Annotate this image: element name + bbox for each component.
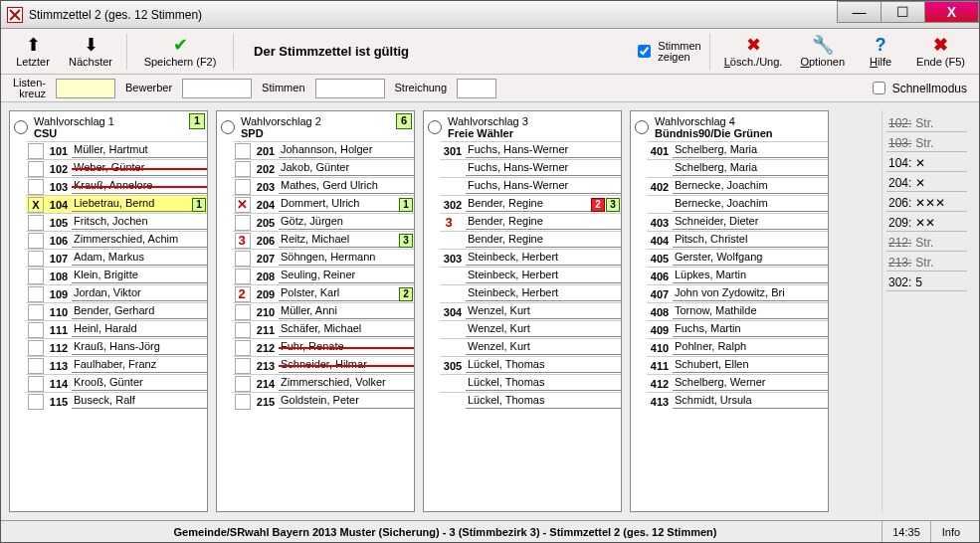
candidate-row[interactable]: 302 Bender, Regine 23 <box>440 195 621 213</box>
candidate-row[interactable]: 208 Seuling, Reiner <box>233 267 414 284</box>
candidate-row[interactable]: 413 Schmidt, Ursula <box>647 392 828 410</box>
info-button[interactable]: Info <box>931 521 971 542</box>
candidate-row[interactable]: Lückel, Thomas <box>440 374 621 392</box>
candidate-row[interactable]: 406 Lüpkes, Martin <box>647 267 828 284</box>
vote-mark[interactable] <box>235 322 251 338</box>
candidate-row[interactable]: 401 Schelberg, Maria <box>647 141 828 159</box>
prev-button[interactable]: ⬆ Letzter <box>9 34 57 70</box>
candidate-row[interactable]: 301 Fuchs, Hans-Werner <box>440 141 621 159</box>
next-button[interactable]: ⬇ Nächster <box>63 34 118 70</box>
vote-mark[interactable] <box>235 269 251 284</box>
candidate-row[interactable]: Fuchs, Hans-Werner <box>440 177 621 195</box>
vote-mark[interactable] <box>28 269 44 284</box>
list-radio[interactable] <box>635 120 649 134</box>
candidate-row[interactable]: 409 Fuchs, Martin <box>647 320 828 338</box>
schnellmodus-checkbox[interactable] <box>873 82 885 94</box>
candidate-row[interactable]: ✕204 Dommert, Ulrich 1 <box>233 195 414 213</box>
candidate-row[interactable]: 408 Tornow, Mathilde <box>647 302 828 320</box>
vote-mark[interactable] <box>28 251 44 267</box>
vote-mark[interactable] <box>28 322 44 338</box>
candidate-row[interactable]: Fuchs, Hans-Werner <box>440 159 621 177</box>
candidate-row[interactable]: 304 Wenzel, Kurt <box>440 302 621 320</box>
candidate-row[interactable]: 402 Bernecke, Joachim <box>647 177 828 195</box>
vote-mark[interactable] <box>28 394 44 410</box>
vote-mark[interactable] <box>235 394 251 410</box>
candidate-row[interactable]: 213 Schneider, Hilmar <box>233 356 414 374</box>
vote-mark[interactable] <box>235 340 251 356</box>
vote-mark[interactable] <box>28 215 44 231</box>
candidate-row[interactable]: 403 Schneider, Dieter <box>647 213 828 231</box>
vote-mark[interactable]: X <box>28 197 44 213</box>
candidate-row[interactable]: 108 Klein, Brigitte <box>26 267 207 284</box>
close-button[interactable]: X <box>924 1 979 23</box>
vote-mark[interactable] <box>235 251 251 267</box>
list-radio[interactable] <box>14 120 28 134</box>
save-button[interactable]: ✔ Speichern (F2) <box>135 34 225 70</box>
end-button[interactable]: ✖ Ende (F5) <box>910 34 971 70</box>
vote-mark[interactable] <box>235 179 251 195</box>
candidate-row[interactable]: 410 Pohlner, Ralph <box>647 338 828 356</box>
candidate-row[interactable]: 102 Weber, Günter <box>26 159 207 177</box>
candidate-row[interactable]: Lückel, Thomas <box>440 392 621 410</box>
candidate-row[interactable]: 205 Götz, Jürgen <box>233 213 414 231</box>
vote-mark[interactable] <box>235 358 251 374</box>
stimmen-input[interactable] <box>315 79 385 98</box>
candidate-row[interactable]: Bernecke, Joachim <box>647 195 828 213</box>
candidate-row[interactable]: 210 Müller, Anni <box>233 302 414 320</box>
delete-button[interactable]: ✖ LLösch./Ung.ösch./Ung. <box>718 34 789 70</box>
options-button[interactable]: 🔧 Optionen <box>794 34 851 70</box>
candidate-row[interactable]: 113 Faulhaber, Franz <box>26 356 207 374</box>
candidate-row[interactable]: 2209 Polster, Karl 2 <box>233 284 414 302</box>
candidate-row[interactable]: 3 Bender, Regine <box>440 213 621 231</box>
minimize-button[interactable]: — <box>837 1 882 23</box>
vote-mark[interactable] <box>28 233 44 249</box>
streichung-input[interactable] <box>457 79 496 98</box>
candidate-row[interactable]: 106 Zimmerschied, Achim <box>26 231 207 249</box>
candidate-row[interactable]: 114 Krooß, Günter <box>26 374 207 392</box>
candidate-row[interactable]: Wenzel, Kurt <box>440 320 621 338</box>
vote-mark[interactable] <box>28 286 44 302</box>
vote-mark[interactable] <box>28 376 44 392</box>
vote-mark[interactable] <box>235 304 251 320</box>
candidate-row[interactable]: 110 Bender, Gerhard <box>26 302 207 320</box>
listenkreuz-input[interactable] <box>56 79 115 98</box>
vote-mark[interactable] <box>235 215 251 231</box>
candidate-row[interactable]: 407 John von Zydowitz, Bri <box>647 284 828 302</box>
candidate-row[interactable]: 212 Fuhr, Renate <box>233 338 414 356</box>
vote-mark[interactable] <box>235 143 251 159</box>
candidate-row[interactable]: X104 Liebetrau, Bernd 1 <box>26 195 207 213</box>
vote-mark[interactable] <box>28 161 44 177</box>
candidate-row[interactable]: Wenzel, Kurt <box>440 338 621 356</box>
candidate-row[interactable]: 303 Steinbeck, Herbert <box>440 249 621 267</box>
candidate-row[interactable]: 201 Johannson, Holger <box>233 141 414 159</box>
vote-mark[interactable] <box>235 376 251 392</box>
candidate-row[interactable]: 412 Schelberg, Werner <box>647 374 828 392</box>
candidate-row[interactable]: 202 Jakob, Günter <box>233 159 414 177</box>
candidate-row[interactable]: 215 Goldstein, Peter <box>233 392 414 410</box>
candidate-row[interactable]: 214 Zimmerschied, Volker <box>233 374 414 392</box>
candidate-row[interactable]: 211 Schäfer, Michael <box>233 320 414 338</box>
vote-mark[interactable] <box>235 161 251 177</box>
candidate-row[interactable]: 305 Lückel, Thomas <box>440 356 621 374</box>
candidate-row[interactable]: 3206 Reitz, Michael 3 <box>233 231 414 249</box>
candidate-row[interactable]: Bender, Regine <box>440 231 621 249</box>
list-radio[interactable] <box>428 120 442 134</box>
candidate-row[interactable]: 411 Schubert, Ellen <box>647 356 828 374</box>
candidate-row[interactable]: 109 Jordan, Viktor <box>26 284 207 302</box>
vote-mark[interactable] <box>28 358 44 374</box>
candidate-row[interactable]: 101 Müller, Hartmut <box>26 141 207 159</box>
candidate-row[interactable]: Steinbeck, Herbert <box>440 284 621 302</box>
vote-mark[interactable] <box>28 143 44 159</box>
help-button[interactable]: ? Hilfe <box>857 34 904 70</box>
candidate-row[interactable]: 404 Pitsch, Christel <box>647 231 828 249</box>
candidate-row[interactable]: 105 Fritsch, Jochen <box>26 213 207 231</box>
maximize-button[interactable]: ☐ <box>881 1 925 23</box>
candidate-row[interactable]: Steinbeck, Herbert <box>440 267 621 284</box>
show-votes-toggle[interactable]: Stimmen zeigen <box>634 41 700 63</box>
candidate-row[interactable]: 103 Krauß, Annelore <box>26 177 207 195</box>
vote-mark[interactable] <box>28 340 44 356</box>
show-votes-checkbox[interactable] <box>638 45 651 58</box>
candidate-row[interactable]: Schelberg, Maria <box>647 159 828 177</box>
candidate-row[interactable]: 112 Krauß, Hans-Jörg <box>26 338 207 356</box>
vote-mark[interactable] <box>28 179 44 195</box>
